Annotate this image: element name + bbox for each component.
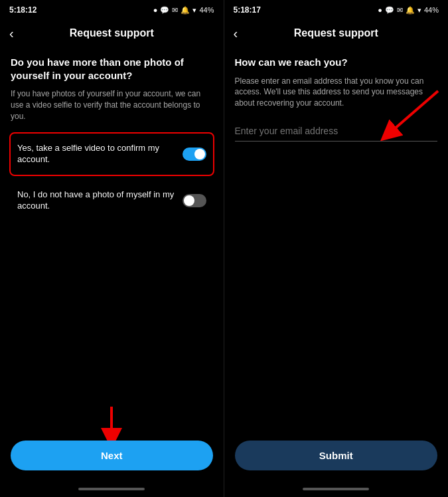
toggle-thumb-2 <box>184 195 194 206</box>
message-icon: ✉ <box>172 6 178 15</box>
content-2: How can we reach you? Please enter an em… <box>224 48 449 434</box>
option-text-1: Yes, take a selfie video to confirm my a… <box>17 143 176 165</box>
status-icons-2: ● 💬 ✉ 🔔 ▾ 44% <box>378 6 439 15</box>
status-time-1: 5:18:12 <box>9 5 37 15</box>
home-indicator-1 <box>0 484 224 497</box>
toggle-1[interactable] <box>183 148 206 161</box>
status-icons-1: ● 💬 ✉ 🔔 ▾ 44% <box>153 6 214 15</box>
status-bar-1: 5:18:12 ● 💬 ✉ 🔔 ▾ 44% <box>0 0 224 19</box>
svg-line-3 <box>388 91 438 134</box>
page-subtitle-1: If you have photos of yourself in your a… <box>11 88 213 122</box>
status-bar-2: 5:18:17 ● 💬 ✉ 🔔 ▾ 44% <box>224 0 449 19</box>
toggle-2[interactable] <box>183 194 206 207</box>
message-icon-2: ✉ <box>397 6 403 15</box>
bottom-area-2: Submit <box>224 434 449 484</box>
whatsapp-icon-2: 💬 <box>385 6 394 15</box>
status-time-2: 5:18:17 <box>234 5 261 15</box>
screen-1: 5:18:12 ● 💬 ✉ 🔔 ▾ 44% ‹ Request support … <box>0 0 224 497</box>
header-title-2: Request support <box>294 27 378 39</box>
wifi-icon: ▾ <box>192 6 196 15</box>
back-button-2[interactable]: ‹ <box>234 26 238 41</box>
page-title-1: Do you have more than one photo of yours… <box>11 56 213 82</box>
home-indicator-2 <box>224 484 449 497</box>
option-row-1[interactable]: Yes, take a selfie video to confirm my a… <box>11 134 213 175</box>
screen-2: 5:18:17 ● 💬 ✉ 🔔 ▾ 44% ‹ Request support … <box>224 0 449 497</box>
notification-icon: 🔔 <box>181 6 190 15</box>
back-button-1[interactable]: ‹ <box>9 26 14 41</box>
toggle-thumb-1 <box>194 149 205 159</box>
submit-button[interactable]: Submit <box>235 441 438 470</box>
header-1: ‹ Request support <box>0 19 224 48</box>
annotation-arrow-right <box>375 88 441 144</box>
notification-icon-2: 🔔 <box>406 6 415 15</box>
bottom-area-1: Next <box>0 434 224 484</box>
battery-icon-2: 44% <box>424 6 439 14</box>
signal-icon-2: ● <box>378 6 382 14</box>
wifi-icon-2: ▾ <box>417 6 421 15</box>
page-title-2: How can we reach you? <box>235 56 438 69</box>
battery-icon: 44% <box>199 6 214 14</box>
home-bar-1 <box>78 488 145 490</box>
home-bar-2 <box>303 488 369 490</box>
next-button[interactable]: Next <box>11 441 213 470</box>
whatsapp-icon: 💬 <box>160 6 169 15</box>
header-2: ‹ Request support <box>224 19 449 48</box>
content-1: Do you have more than one photo of yours… <box>0 48 224 434</box>
signal-icon: ● <box>153 6 158 14</box>
header-title-1: Request support <box>70 27 154 39</box>
option-text-2: No, I do not have a photo of myself in m… <box>17 189 176 212</box>
option-row-2[interactable]: No, I do not have a photo of myself in m… <box>11 180 213 221</box>
